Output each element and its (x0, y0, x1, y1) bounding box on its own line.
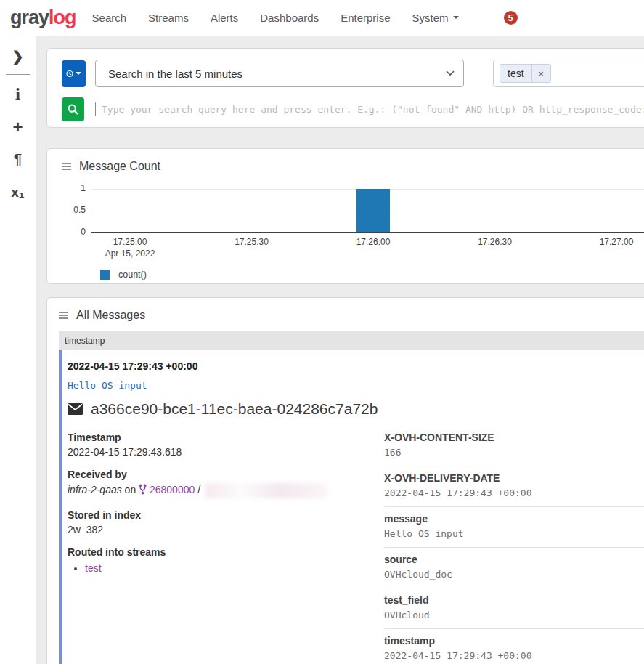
search-icon (68, 104, 78, 115)
field-value: OVHcloud_doc (384, 569, 644, 580)
message-id-heading: a366ce90-bce1-11ec-baea-024286c7a72b (68, 400, 644, 418)
received-on-text: on (125, 484, 136, 495)
sidebar-expand-button[interactable]: ❯ (4, 42, 33, 70)
bar-chart: 00.5117:25:0017:25:3017:26:0017:26:3017:… (91, 189, 644, 280)
table-column-header-timestamp[interactable]: timestamp (59, 331, 644, 350)
nav-item-system[interactable]: System (412, 12, 459, 24)
field-value: 166 (384, 447, 644, 458)
filter-tag: test × (500, 64, 551, 83)
drag-handle-icon[interactable] (59, 310, 68, 320)
node-name: infra-2-qaas (68, 484, 122, 495)
field-name: source (384, 554, 644, 565)
all-messages-widget: All Messages timestamp 2022-04-15 17:29:… (46, 297, 644, 664)
caret-down-icon (76, 72, 81, 78)
plus-icon: + (12, 117, 23, 137)
pilcrow-icon: ¶ (14, 151, 22, 168)
chart-legend: count() (100, 270, 644, 280)
timerange-select[interactable]: Search in the last 5 minutes (95, 60, 464, 87)
streams-list: test (68, 562, 384, 574)
legend-label: count() (118, 270, 147, 280)
y-axis-tick-label: 0 (58, 227, 86, 237)
detail-label: Timestamp (68, 432, 384, 443)
x-axis-tick-label: 17:25:30 (208, 237, 295, 247)
message-row: 2022-04-15 17:29:43 +00:00 Hello OS inpu… (59, 350, 644, 664)
nav-item-alerts[interactable]: Alerts (211, 12, 238, 24)
envelope-icon (68, 403, 83, 415)
message-field: X-OVH-DELIVERY-DATE2022-04-15 17:29:43 +… (384, 472, 644, 507)
detail-label: Stored in index (68, 509, 384, 521)
notification-badge[interactable]: 5 (504, 11, 518, 25)
graylog-logo[interactable]: graylog (10, 7, 76, 29)
field-name: test_field (384, 594, 644, 606)
separator-text: / (197, 484, 200, 495)
clock-icon (66, 68, 73, 79)
search-filter-input[interactable]: test × (493, 60, 644, 87)
text-cursor (95, 102, 96, 116)
nav-item-streams[interactable]: Streams (148, 12, 189, 24)
field-name: message (384, 513, 644, 525)
nav-item-search[interactable]: Search (92, 12, 127, 24)
timerange-label: Search in the last 5 minutes (108, 68, 242, 80)
field-value: 2022-04-15 17:29:43 +00:00 (384, 650, 644, 661)
info-icon: i (15, 86, 21, 103)
field-name: timestamp (384, 635, 644, 647)
sidebar-divider (6, 74, 30, 75)
field-value: Hello OS input (384, 528, 644, 539)
chevron-right-icon: ❯ (12, 48, 24, 65)
message-field: sourceOVHcloud_doc (384, 554, 644, 588)
detail-value: 2022-04-15 17:29:43.618 (68, 446, 384, 458)
sidebar-item-fields[interactable]: x₁ (4, 176, 33, 208)
chart-bar (356, 189, 390, 232)
sidebar-item-create[interactable]: + (4, 110, 33, 143)
timerange-type-button[interactable] (62, 60, 86, 87)
search-query-input[interactable] (95, 97, 644, 121)
input-link[interactable]: 26800000 (150, 484, 195, 495)
y-axis-tick-label: 1 (58, 183, 86, 193)
x-axis-tick-label: 17:27:00 (573, 237, 644, 247)
logo-log-text: log (49, 7, 76, 28)
field-name: X-OVH-DELIVERY-DATE (384, 472, 644, 484)
search-bar-card: Search in the last 5 minutes test × (46, 48, 644, 128)
x-axis-tick-label: 17:25:00 (86, 237, 174, 247)
top-navbar: graylog Search Streams Alerts Dashboards… (0, 0, 644, 36)
stream-list-item: test (85, 562, 384, 574)
chart-plot-area: 00.5117:25:0017:25:3017:26:0017:26:3017:… (91, 189, 644, 233)
chevron-down-icon (453, 16, 459, 22)
nav-item-enterprise[interactable]: Enterprise (341, 12, 390, 24)
nav-item-dashboards[interactable]: Dashboards (260, 12, 319, 24)
field-value: OVHcloud (384, 610, 644, 620)
widget-title: Message Count (79, 160, 160, 173)
message-summary[interactable]: Hello OS input (68, 380, 644, 391)
code-fork-icon (139, 484, 147, 495)
y-axis-tick-label: 0.5 (58, 205, 86, 215)
field-name: X-OVH-CONTENT-SIZE (384, 432, 644, 443)
x-axis-date-label: Apr 15, 2022 (86, 248, 174, 259)
remove-tag-button[interactable]: × (531, 65, 551, 82)
x-axis-tick-label: 17:26:30 (452, 237, 539, 247)
drag-handle-icon[interactable] (62, 161, 71, 171)
message-id[interactable]: a366ce90-bce1-11ec-baea-024286c7a72b (91, 400, 378, 418)
search-submit-button[interactable] (62, 97, 84, 121)
detail-label: Received by (68, 469, 384, 480)
detail-value: 2w_382 (68, 524, 384, 535)
filter-tag-label: test (500, 65, 531, 82)
detail-label: Routed into streams (68, 546, 384, 558)
message-field: X-OVH-CONTENT-SIZE166 (384, 432, 644, 466)
system-label: System (412, 12, 449, 24)
message-timestamp: 2022-04-15 17:29:43 +00:00 (68, 360, 644, 372)
sidebar-item-highlighting[interactable]: ¶ (4, 143, 33, 176)
message-field: test_fieldOVHcloud (384, 594, 644, 629)
message-field: messageHello OS input (384, 513, 644, 548)
message-field: timestamp2022-04-15 17:29:43 +00:00 (384, 635, 644, 664)
widget-title: All Messages (76, 309, 145, 322)
logo-gray-text: gray (10, 7, 49, 28)
fields-x1-icon: x₁ (11, 185, 24, 201)
left-sidebar: ❯ i + ¶ x₁ (0, 36, 36, 664)
stream-link[interactable]: test (85, 562, 102, 574)
main-content: Search in the last 5 minutes test × (36, 36, 644, 664)
chevron-down-icon (446, 70, 455, 76)
query-input-wrap (95, 97, 644, 121)
legend-swatch (100, 270, 110, 280)
x-axis-tick-label: 17:26:00 (330, 237, 417, 247)
sidebar-item-description[interactable]: i (4, 78, 33, 110)
